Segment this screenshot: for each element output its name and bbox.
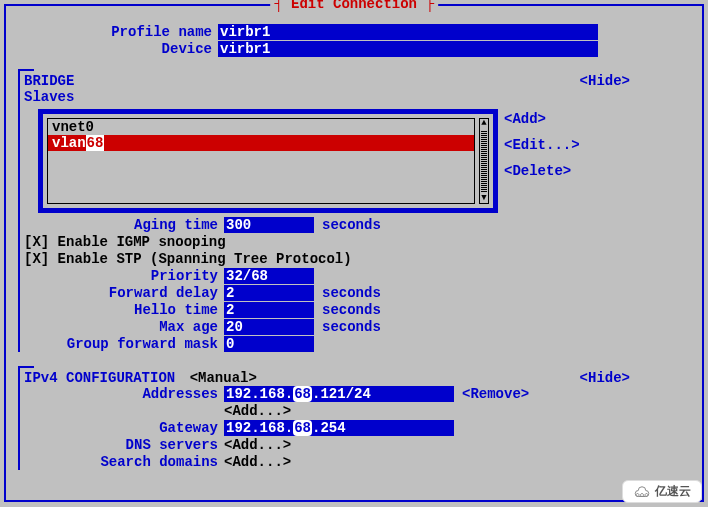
ipv4-section: IPv4 CONFIGURATION <Manual> <Hide> Addre… xyxy=(18,366,690,470)
hello-time-input[interactable]: 2 xyxy=(224,302,314,318)
watermark: 亿速云 xyxy=(622,480,702,503)
add-dns-button[interactable]: <Add...> xyxy=(224,437,291,453)
cloud-icon xyxy=(633,485,651,499)
scrollbar[interactable]: ▲ ▼ xyxy=(479,118,489,204)
address-input[interactable]: 192.168.68.121/24 xyxy=(224,386,454,402)
add-slave-button[interactable]: <Add> xyxy=(504,111,580,127)
fwd-delay-input[interactable]: 2 xyxy=(224,285,314,301)
max-age-input[interactable]: 20 xyxy=(224,319,314,335)
priority-label: Priority xyxy=(24,268,224,284)
list-item-selected[interactable]: vlan68 xyxy=(48,135,474,151)
edit-slave-button[interactable]: <Edit...> xyxy=(504,137,580,153)
profile-name-label: Profile name xyxy=(18,24,218,40)
search-domains-label: Search domains xyxy=(24,454,224,470)
scroll-thumb[interactable] xyxy=(481,130,487,192)
device-label: Device xyxy=(18,41,218,57)
main-frame: ┤ Edit Connection ├ Profile name virbr1 … xyxy=(4,4,704,502)
priority-input[interactable]: 32/68 xyxy=(224,268,314,284)
dns-label: DNS servers xyxy=(24,437,224,453)
addresses-label: Addresses xyxy=(24,386,224,402)
ipv4-mode-select[interactable]: <Manual> xyxy=(184,370,257,386)
profile-name-input[interactable]: virbr1 xyxy=(218,24,598,40)
list-item[interactable]: vnet0 xyxy=(48,119,474,135)
bridge-section: BRIDGE <Hide> Slaves vnet0 vlan68 ▲ ▼ xyxy=(18,69,690,352)
ipv4-header: IPv4 CONFIGURATION xyxy=(24,370,175,386)
delete-slave-button[interactable]: <Delete> xyxy=(504,163,580,179)
slaves-label: Slaves xyxy=(24,89,690,105)
gateway-input[interactable]: 192.168.68.254 xyxy=(224,420,454,436)
group-mask-label: Group forward mask xyxy=(24,336,224,352)
aging-time-label: Aging time xyxy=(24,217,224,233)
scroll-up-icon[interactable]: ▲ xyxy=(481,119,486,128)
stp-checkbox[interactable]: [X] Enable STP (Spanning Tree Protocol) xyxy=(24,251,690,267)
hello-time-label: Hello time xyxy=(24,302,224,318)
remove-address-button[interactable]: <Remove> xyxy=(454,386,529,402)
aging-unit: seconds xyxy=(314,217,381,233)
bridge-header: BRIDGE xyxy=(24,73,74,89)
window-title: ┤ Edit Connection ├ xyxy=(270,0,438,12)
gateway-label: Gateway xyxy=(24,420,224,436)
add-search-domain-button[interactable]: <Add...> xyxy=(224,454,291,470)
fwd-delay-label: Forward delay xyxy=(24,285,224,301)
scroll-down-icon[interactable]: ▼ xyxy=(481,194,486,203)
add-address-button[interactable]: <Add...> xyxy=(224,403,291,419)
slaves-listbox[interactable]: vnet0 vlan68 ▲ ▼ xyxy=(38,109,498,213)
igmp-checkbox[interactable]: [X] Enable IGMP snooping xyxy=(24,234,690,250)
max-age-label: Max age xyxy=(24,319,224,335)
bridge-hide-button[interactable]: <Hide> xyxy=(580,73,630,89)
ipv4-hide-button[interactable]: <Hide> xyxy=(580,370,630,386)
aging-time-input[interactable]: 300 xyxy=(224,217,314,233)
group-mask-input[interactable]: 0 xyxy=(224,336,314,352)
device-input[interactable]: virbr1 xyxy=(218,41,598,57)
